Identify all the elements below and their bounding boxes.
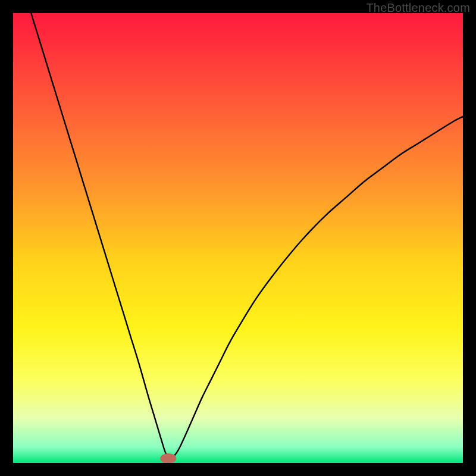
min-marker: [160, 453, 176, 463]
chart-frame: TheBottleneck.com: [0, 0, 476, 476]
chart-plot-area: [13, 13, 463, 463]
watermark-text: TheBottleneck.com: [366, 1, 470, 15]
chart-svg: [13, 13, 463, 463]
chart-background: [13, 13, 463, 463]
